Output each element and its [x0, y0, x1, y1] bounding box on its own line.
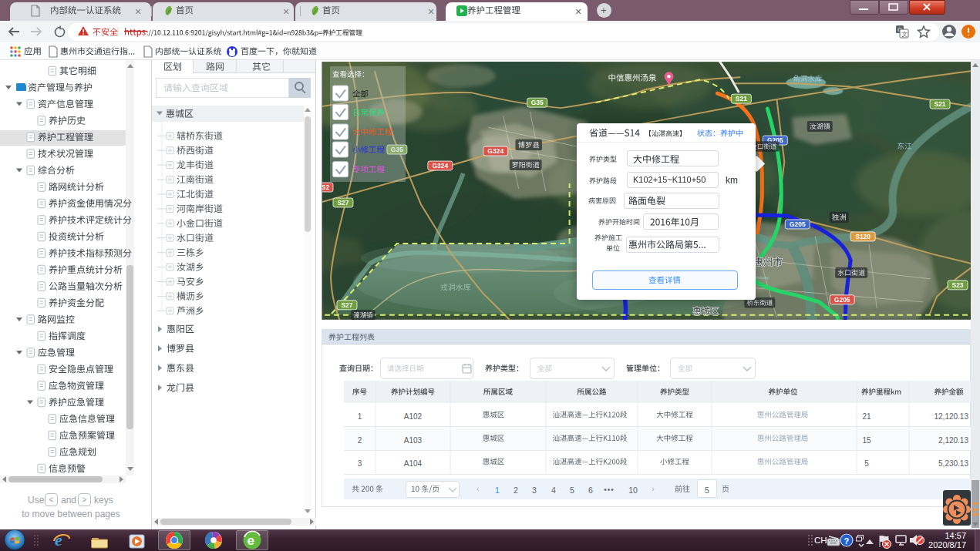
svg-text:?: ?	[844, 536, 850, 546]
svg-text:S27: S27	[337, 199, 349, 207]
svg-text:G35: G35	[531, 99, 544, 106]
svg-text:S120: S120	[855, 233, 871, 240]
svg-text:S21: S21	[736, 95, 747, 102]
svg-text:e: e	[248, 533, 254, 548]
svg-text:G205: G205	[790, 220, 806, 228]
svg-text:G324: G324	[432, 162, 448, 170]
svg-text:S27: S27	[341, 301, 352, 309]
svg-text:S23: S23	[951, 281, 963, 289]
svg-text:S21: S21	[935, 100, 946, 108]
svg-text:CH: CH	[814, 536, 827, 545]
svg-text:G324: G324	[487, 147, 503, 155]
svg-text:文: 文	[901, 31, 908, 38]
svg-text:e: e	[55, 530, 62, 549]
svg-text:S2: S2	[322, 183, 329, 191]
svg-text:G205: G205	[834, 296, 850, 304]
